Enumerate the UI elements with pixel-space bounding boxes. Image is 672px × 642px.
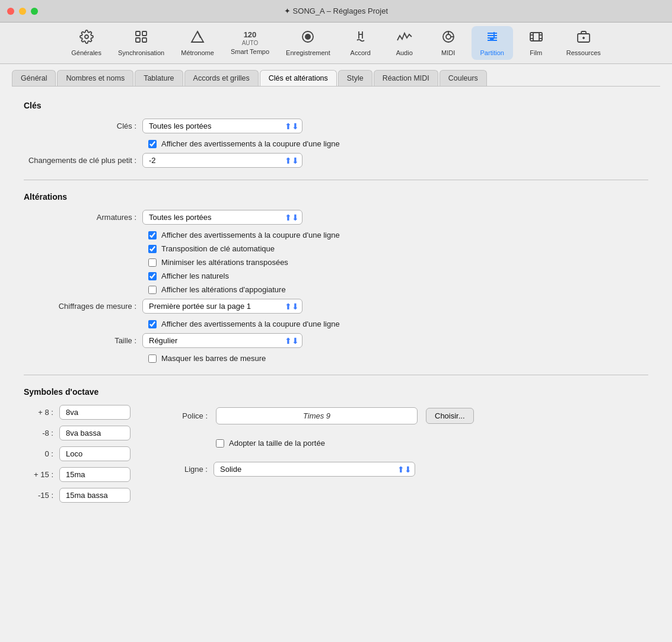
octave-row-1: -8 : [24, 426, 130, 440]
transposition-label: Transposition de clé automatique [161, 244, 275, 253]
tab-reaction[interactable]: Réaction MIDI [374, 70, 438, 86]
toolbar-label-midi: MIDI [441, 49, 455, 56]
masquer-checkbox[interactable] [148, 354, 157, 363]
chiffrages-select[interactable]: Première portée sur la page 1 [142, 299, 302, 314]
adopter-checkbox[interactable] [216, 439, 224, 448]
ligne-row: Ligne : Solide ⬆⬇ [166, 462, 474, 477]
changements-label: Changements de clé plus petit : [24, 156, 142, 165]
octave-row-0: + 8 : [24, 405, 130, 420]
toolbar-item-synchronisation[interactable]: Synchronisation [111, 26, 171, 60]
gear-icon [79, 30, 94, 47]
svg-point-10 [446, 34, 451, 39]
metronome-icon [190, 30, 205, 47]
tab-cles[interactable]: Clés et altérations [260, 70, 337, 86]
tab-general[interactable]: Général [12, 70, 56, 86]
octave-label-3: + 15 : [24, 470, 53, 479]
smart-tempo-icon: 120 AUTO [242, 31, 259, 46]
toolbar-label-synchronisation: Synchronisation [118, 49, 164, 56]
svg-point-17 [491, 38, 493, 40]
choisir-button[interactable]: Choisir... [426, 408, 474, 424]
tab-nombres[interactable]: Nombres et noms [57, 70, 133, 86]
record-icon [301, 30, 315, 47]
toolbar-item-ressources[interactable]: Ressources [559, 26, 608, 60]
tab-accords[interactable]: Accords et grilles [184, 70, 259, 86]
transposition-row: Transposition de clé automatique [148, 244, 648, 253]
toolbar-label-ressources: Ressources [566, 49, 601, 56]
octave-input-1[interactable] [59, 426, 130, 440]
toolbar-label-accord: Accord [351, 49, 371, 56]
octave-input-0[interactable] [59, 405, 130, 420]
cles-select-wrapper: Toutes les portées ⬆⬇ [142, 119, 302, 133]
toolbar-item-generales[interactable]: Générales [64, 26, 109, 60]
minimize-button[interactable] [19, 8, 26, 15]
octave-grid: + 8 : -8 : 0 : + 15 : [24, 405, 648, 503]
minimiser-checkbox[interactable] [148, 258, 157, 267]
svg-point-8 [305, 34, 311, 40]
section-alterations-title: Altérations [24, 192, 648, 202]
alt-avertissements-checkbox[interactable] [148, 231, 157, 239]
octave-label-1: -8 : [24, 429, 53, 437]
section-octave-title: Symboles d'octave [24, 387, 648, 397]
maximize-button[interactable] [31, 8, 38, 15]
toolbar-item-audio[interactable]: Audio [384, 26, 425, 60]
cles-avertissements-checkbox[interactable] [148, 140, 157, 148]
tab-tablature[interactable]: Tablature [135, 70, 183, 86]
toolbar-label-smarttempo: Smart Tempo [231, 48, 269, 55]
naturels-checkbox[interactable] [148, 272, 157, 280]
divider-2 [24, 375, 648, 375]
chiffrages-select-wrapper: Première portée sur la page 1 ⬆⬇ [142, 299, 302, 314]
content: Général Nombres et noms Tablature Accord… [0, 64, 672, 642]
toolbar-item-smarttempo[interactable]: 120 AUTO Smart Tempo [224, 27, 276, 58]
adopter-row: Adopter la taille de la portée [216, 439, 474, 448]
ligne-label: Ligne : [166, 465, 208, 474]
masquer-row: Masquer les barres de mesure [148, 354, 648, 363]
toolbar-item-accord[interactable]: Accord [340, 26, 381, 60]
cles-select[interactable]: Toutes les portées [142, 119, 302, 133]
tab-couleurs[interactable]: Couleurs [439, 70, 487, 86]
octave-input-2[interactable] [59, 446, 130, 461]
svg-rect-3 [136, 38, 140, 42]
ressources-icon [577, 30, 591, 47]
svg-point-0 [85, 35, 88, 39]
changements-select[interactable]: -2 [142, 153, 302, 168]
toolbar-item-film[interactable]: Film [515, 26, 557, 60]
toolbar-item-enregistrement[interactable]: Enregistrement [279, 26, 337, 60]
transposition-checkbox[interactable] [148, 245, 157, 253]
chiffrages-avertissements-checkbox[interactable] [148, 320, 157, 328]
minimiser-label: Minimiser les altérations transposées [161, 258, 288, 267]
toolbar-item-metronome[interactable]: Métronome [174, 26, 221, 60]
film-icon [529, 30, 543, 47]
armatures-field-row: Armatures : Toutes les portées ⬆⬇ [24, 210, 648, 225]
svg-rect-4 [142, 38, 146, 42]
armatures-select-wrapper: Toutes les portées ⬆⬇ [142, 210, 302, 225]
svg-marker-5 [192, 31, 203, 42]
toolbar-item-partition[interactable]: Partition [472, 26, 513, 60]
tab-style[interactable]: Style [338, 70, 372, 86]
taille-select-wrapper: Régulier ⬆⬇ [142, 333, 302, 348]
minimiser-row: Minimiser les altérations transposées [148, 258, 648, 267]
section-alterations: Altérations Armatures : Toutes les porté… [24, 192, 648, 363]
midi-icon [441, 30, 456, 47]
ligne-select[interactable]: Solide [214, 462, 415, 477]
octave-input-4[interactable] [59, 488, 130, 503]
octave-row-2: 0 : [24, 446, 130, 461]
svg-line-6 [198, 31, 200, 38]
ligne-select-wrapper: Solide ⬆⬇ [214, 462, 415, 477]
alt-avertissements-row: Afficher des avertissements à la coupure… [148, 231, 648, 239]
octave-label-2: 0 : [24, 449, 53, 458]
police-preview: Times 9 [216, 407, 418, 424]
armatures-select[interactable]: Toutes les portées [142, 210, 302, 225]
toolbar-label-generales: Générales [71, 49, 101, 56]
taille-select[interactable]: Régulier [142, 333, 302, 348]
close-button[interactable] [7, 8, 14, 15]
toolbar-item-midi[interactable]: MIDI [428, 26, 469, 60]
taille-label: Taille : [24, 336, 142, 345]
toolbar-label-metronome: Métronome [181, 49, 214, 56]
police-row: Police : Times 9 Choisir... [166, 407, 474, 424]
window-controls [7, 8, 38, 15]
chiffrages-label: Chiffrages de mesure : [24, 302, 142, 311]
armatures-label: Armatures : [24, 213, 142, 222]
police-label: Police : [166, 411, 208, 420]
appogiature-checkbox[interactable] [148, 286, 157, 294]
octave-input-3[interactable] [59, 467, 130, 482]
